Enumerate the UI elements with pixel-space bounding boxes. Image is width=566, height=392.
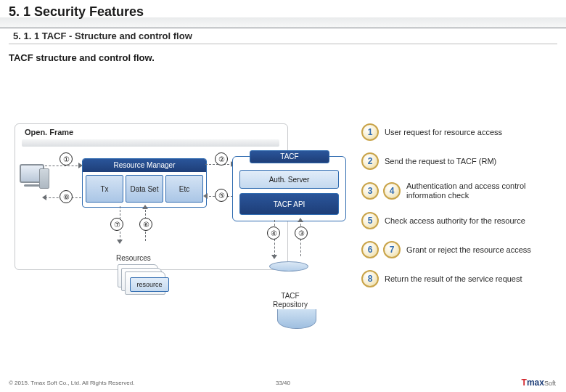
step-mark-7: ⑦ xyxy=(110,218,123,231)
step-mark-8: ⑧ xyxy=(60,190,73,203)
rm-cell-tx: Tx xyxy=(86,175,123,203)
step-mark-1: ① xyxy=(60,152,73,166)
logo-max: max xyxy=(527,377,544,388)
rm-cell-etc: Etc xyxy=(165,175,203,203)
legend-text: Check access authority for the resource xyxy=(385,216,525,226)
legend-badge: 8 xyxy=(361,270,379,287)
legend-row: 3 4 Authentication and access control in… xyxy=(361,181,557,200)
legend-badge: 7 xyxy=(383,241,401,258)
legend-badge: 1 xyxy=(361,123,379,141)
rm-cell-dataset: Data Set xyxy=(126,175,163,203)
legend-text: Send the request to TACF (RM) xyxy=(385,157,496,166)
arrow-icon xyxy=(298,218,303,222)
arrow-icon xyxy=(117,240,123,244)
logo-soft: Soft xyxy=(544,380,556,387)
resources-label: Resources xyxy=(116,254,151,262)
legend-badge: 5 xyxy=(361,212,379,229)
database-icon xyxy=(268,261,309,290)
logo-t: T xyxy=(522,377,527,388)
legend-row: 6 7 Grant or reject the resource access xyxy=(361,241,557,258)
legend-text: Authentication and access control inform… xyxy=(406,181,557,200)
legend-text: Grant or reject the resource access xyxy=(406,245,531,255)
tacf-title: TACF xyxy=(250,150,329,163)
legend-row: 1 User request for resource access xyxy=(361,123,557,141)
page-number: 33/40 xyxy=(0,380,566,386)
logo: TmaxSoft xyxy=(522,377,556,388)
openframe-bar xyxy=(22,139,279,147)
openframe-label: Open. Frame xyxy=(25,128,73,136)
arrow-icon xyxy=(203,193,208,199)
legend-row: 8 Return the result of the service reque… xyxy=(361,270,557,287)
auth-server-box: Auth. Server xyxy=(239,170,339,189)
legend: 1 User request for resource access 2 Sen… xyxy=(361,123,557,299)
legend-badge: 6 xyxy=(361,241,379,258)
section-title: 5. 1 Security Features xyxy=(9,4,144,20)
arrow-icon xyxy=(271,255,277,259)
section-title-bar: 5. 1 Security Features xyxy=(0,0,566,28)
legend-text: User request for resource access xyxy=(385,128,502,137)
step-mark-5: ⑤ xyxy=(215,189,228,202)
legend-badge: 2 xyxy=(361,152,379,170)
resource-item: resource xyxy=(130,277,169,292)
connector xyxy=(45,166,81,166)
legend-row: 5 Check access authority for the resourc… xyxy=(361,212,557,229)
tacf-api-box: TACF API xyxy=(239,193,339,215)
step-mark-4: ④ xyxy=(267,226,280,240)
legend-badge: 4 xyxy=(383,182,401,200)
subsection-title: 5. 1. 1 TACF - Structure and control flo… xyxy=(13,30,192,41)
step-mark-2: ② xyxy=(215,152,228,166)
legend-row: 2 Send the request to TACF (RM) xyxy=(361,152,557,170)
arrow-icon xyxy=(42,195,46,200)
legend-badge: 3 xyxy=(361,182,379,200)
step-mark-6: ⑥ xyxy=(139,218,152,231)
divider xyxy=(9,44,557,44)
resource-manager-title: Resource Manager xyxy=(83,159,206,172)
body-text: TACF structure and control flow. xyxy=(9,52,155,63)
arrow-icon xyxy=(142,205,148,209)
step-mark-3: ③ xyxy=(295,226,308,240)
legend-text: Return the result of the service request xyxy=(385,274,522,284)
repo-label: TACF Repository xyxy=(268,292,312,309)
resource-manager-box: Resource Manager Tx Data Set Etc xyxy=(82,158,207,208)
